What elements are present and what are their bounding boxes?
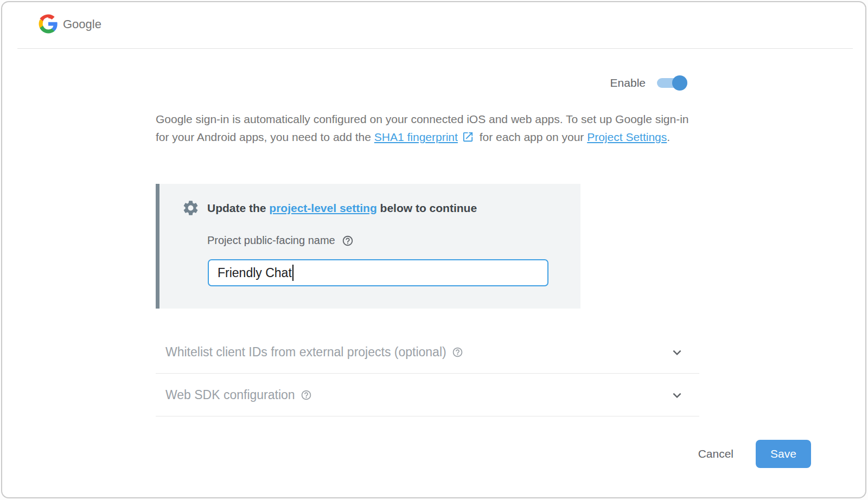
callout-message-suffix: below to continue xyxy=(377,202,477,214)
project-level-setting-link[interactable]: project-level setting xyxy=(269,202,376,214)
project-settings-link[interactable]: Project Settings xyxy=(587,131,667,143)
gear-icon xyxy=(182,199,200,217)
chevron-down-icon[interactable] xyxy=(669,344,685,361)
toggle-knob xyxy=(672,75,687,91)
description-part2: for each app on your xyxy=(476,131,587,143)
callout-message: Update the project-level setting below t… xyxy=(207,202,477,215)
cancel-button[interactable]: Cancel xyxy=(697,444,735,464)
header-divider xyxy=(17,48,853,49)
sha1-fingerprint-link[interactable]: SHA1 fingerprint xyxy=(374,131,458,143)
section-web-sdk-config[interactable]: Web SDK configuration xyxy=(156,374,699,416)
section-web-sdk-label-row: Web SDK configuration xyxy=(156,388,312,402)
project-name-label: Project public-facing name xyxy=(207,234,335,247)
description-text: Google sign-in is automatically configur… xyxy=(156,110,694,146)
project-name-value: Friendly Chat xyxy=(218,266,292,280)
text-caret xyxy=(292,265,293,281)
footer-actions: Cancel Save xyxy=(697,440,811,468)
help-icon[interactable] xyxy=(342,235,354,247)
section-whitelist-label: Whitelist client IDs from external proje… xyxy=(165,345,446,360)
project-name-input[interactable]: Friendly Chat xyxy=(208,259,548,286)
section-whitelist-clients[interactable]: Whitelist client IDs from external proje… xyxy=(156,331,699,374)
dialog-header: Google xyxy=(2,2,865,49)
accordion-sections: Whitelist client IDs from external proje… xyxy=(156,331,699,416)
field-label-row: Project public-facing name xyxy=(207,234,354,247)
enable-label: Enable xyxy=(610,76,646,89)
enable-toggle[interactable] xyxy=(657,75,687,91)
external-link-icon[interactable] xyxy=(462,131,474,143)
enable-row: Enable xyxy=(610,75,687,91)
section-web-sdk-label: Web SDK configuration xyxy=(165,388,295,402)
google-signin-dialog: Google Enable Google sign-in is automati… xyxy=(1,1,866,498)
help-icon[interactable] xyxy=(301,389,312,401)
provider-title: Google xyxy=(63,16,101,33)
google-logo-icon xyxy=(38,14,59,34)
description-part3: . xyxy=(667,131,670,143)
chevron-down-icon[interactable] xyxy=(669,387,685,403)
help-icon[interactable] xyxy=(452,347,463,358)
project-setting-callout: Update the project-level setting below t… xyxy=(156,184,580,309)
section-whitelist-label-row: Whitelist client IDs from external proje… xyxy=(156,345,463,360)
callout-message-prefix: Update the xyxy=(207,202,269,214)
save-button[interactable]: Save xyxy=(756,440,811,468)
